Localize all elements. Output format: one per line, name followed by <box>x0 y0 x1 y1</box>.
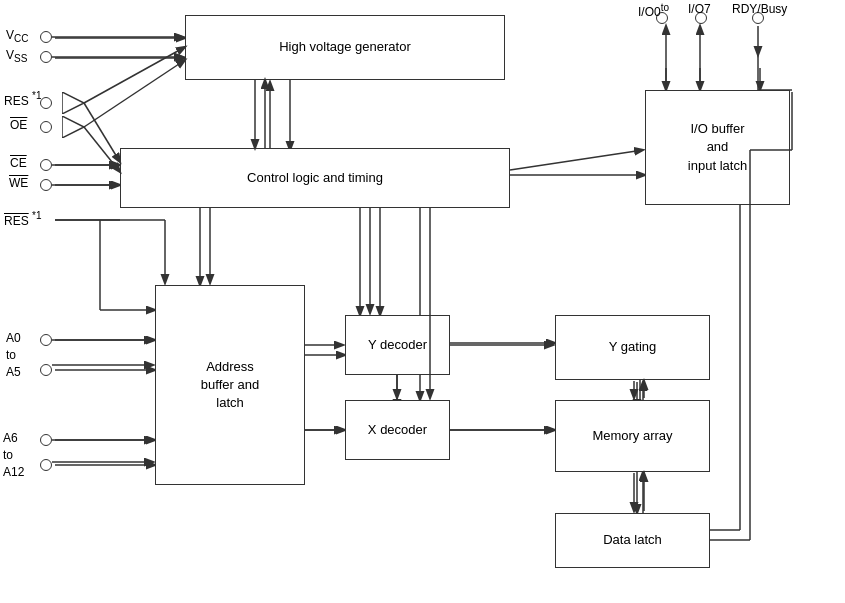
oe-circle <box>40 121 52 133</box>
control-logic-block: Control logic and timing <box>120 148 510 208</box>
address-buffer-block: Addressbuffer andlatch <box>155 285 305 485</box>
we-circle <box>40 179 52 191</box>
vss-circle <box>40 51 52 63</box>
a5-circle <box>40 364 52 376</box>
block-diagram: High voltage generator Control logic and… <box>0 0 845 603</box>
res-top-label: RES <box>4 94 29 108</box>
vcc-label: VCC <box>6 28 28 44</box>
io0-label: I/O0to <box>638 2 669 19</box>
res-triangle-top <box>62 92 92 117</box>
address-buffer-label: Addressbuffer andlatch <box>201 358 259 413</box>
svg-marker-35 <box>62 92 84 114</box>
svg-line-38 <box>84 60 185 127</box>
y-decoder-label: Y decoder <box>368 336 427 354</box>
res-bottom-star: *1 <box>32 210 41 221</box>
io-buffer-label: I/O bufferandinput latch <box>688 120 747 175</box>
high-voltage-label: High voltage generator <box>279 38 411 56</box>
res-top-circle <box>40 97 52 109</box>
vcc-circle <box>40 31 52 43</box>
we-label: WE <box>9 176 28 190</box>
ce-label: CE <box>10 156 27 170</box>
x-decoder-label: X decoder <box>368 421 427 439</box>
data-latch-label: Data latch <box>603 531 662 549</box>
y-gating-label: Y gating <box>609 338 656 356</box>
res-top-star: *1 <box>32 90 41 101</box>
y-decoder-block: Y decoder <box>345 315 450 375</box>
a6-circle <box>40 434 52 446</box>
control-logic-label: Control logic and timing <box>247 169 383 187</box>
svg-marker-36 <box>62 116 84 138</box>
ce-circle <box>40 159 52 171</box>
oe-label: OE <box>10 118 27 132</box>
x-decoder-block: X decoder <box>345 400 450 460</box>
rdy-label: RDY/Busy <box>732 2 787 16</box>
a6-a12-label: A6toA12 <box>3 430 24 480</box>
svg-line-37 <box>84 47 185 103</box>
memory-array-label: Memory array <box>592 427 672 445</box>
high-voltage-block: High voltage generator <box>185 15 505 80</box>
a0-circle <box>40 334 52 346</box>
memory-array-block: Memory array <box>555 400 710 472</box>
res-bottom-label: RES <box>4 214 29 228</box>
y-gating-block: Y gating <box>555 315 710 380</box>
a12-circle <box>40 459 52 471</box>
vss-label: VSS <box>6 48 27 64</box>
svg-line-43 <box>510 150 643 170</box>
io-buffer-block: I/O bufferandinput latch <box>645 90 790 205</box>
a0-a5-label: A0toA5 <box>6 330 21 380</box>
io7-label: I/O7 <box>688 2 711 16</box>
oe-triangle <box>62 116 92 141</box>
data-latch-block: Data latch <box>555 513 710 568</box>
